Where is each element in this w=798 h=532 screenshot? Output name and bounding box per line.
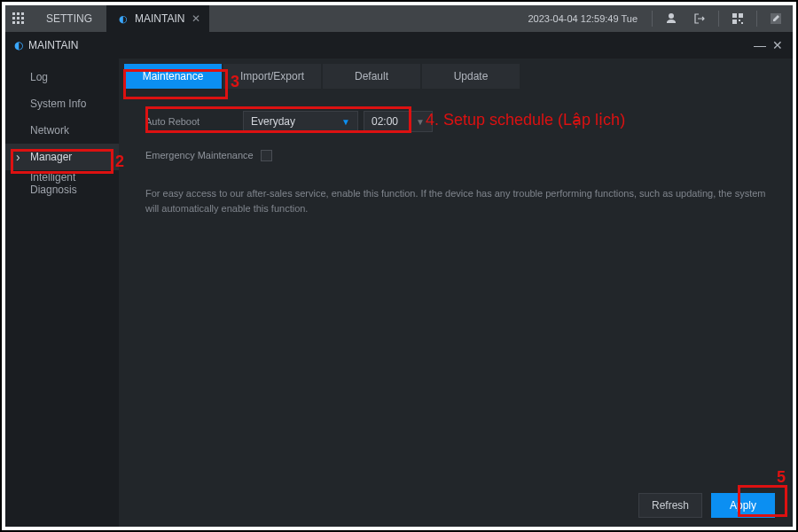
form-area: Auto Reboot Everyday ▼ 02:00 ▼ Emergency… <box>119 92 793 176</box>
tab-label: MAINTAIN <box>135 12 184 25</box>
page-title: MAINTAIN <box>28 39 78 51</box>
sidebar: Log System Info Network Manager Intellig… <box>5 59 119 527</box>
body: Log System Info Network Manager Intellig… <box>5 59 793 527</box>
loading-icon: ◐ <box>119 13 128 25</box>
description-text: For easy access to our after-sales servi… <box>119 176 793 215</box>
window-controls: — ✕ <box>754 39 784 51</box>
svg-rect-12 <box>739 20 740 21</box>
sidebar-item-log[interactable]: Log <box>5 64 119 90</box>
user-icon[interactable] <box>661 9 681 28</box>
close-icon[interactable]: ✕ <box>771 39 784 51</box>
topbar-left: SETTING ◐ MAINTAIN ✕ <box>5 5 209 32</box>
sidebar-item-network[interactable]: Network <box>5 117 119 144</box>
footer: Refresh Apply <box>119 484 793 527</box>
qr-icon[interactable] <box>728 9 747 28</box>
tab-maintenance[interactable]: Maintenance <box>124 64 222 89</box>
svg-rect-3 <box>12 17 15 20</box>
svg-rect-9 <box>732 13 737 18</box>
row-emergency: Emergency Maintenance <box>145 142 766 168</box>
svg-rect-8 <box>21 21 24 24</box>
page-tabs: Maintenance Import/Export Default Update <box>124 64 793 92</box>
day-select[interactable]: Everyday ▼ <box>243 111 358 132</box>
edit-icon[interactable] <box>766 9 786 28</box>
day-select-value: Everyday <box>251 115 295 128</box>
page-header: ◐ MAINTAIN — ✕ <box>5 32 793 59</box>
svg-rect-11 <box>732 20 737 24</box>
divider <box>718 11 719 27</box>
refresh-button[interactable]: Refresh <box>638 493 702 518</box>
svg-rect-6 <box>12 21 15 24</box>
tab-maintain[interactable]: ◐ MAINTAIN ✕ <box>106 5 209 32</box>
svg-rect-10 <box>739 13 743 18</box>
apps-grid-icon[interactable] <box>5 5 32 32</box>
topbar-right: 2023-04-04 12:59:49 Tue <box>528 5 793 32</box>
chevron-down-icon: ▼ <box>416 117 425 127</box>
auto-reboot-label: Auto Reboot <box>145 116 243 127</box>
datetime-label: 2023-04-04 12:59:49 Tue <box>528 13 643 24</box>
tab-update[interactable]: Update <box>422 64 520 89</box>
loading-icon: ◐ <box>14 39 23 51</box>
svg-rect-1 <box>17 12 20 15</box>
emergency-label: Emergency Maintenance <box>145 150 261 160</box>
emergency-checkbox[interactable] <box>261 150 272 161</box>
logout-icon[interactable] <box>690 9 709 28</box>
svg-rect-7 <box>17 21 20 24</box>
divider <box>652 11 653 27</box>
sidebar-item-manager[interactable]: Manager <box>5 144 119 170</box>
main-panel: Maintenance Import/Export Default Update… <box>119 59 793 527</box>
row-auto-reboot: Auto Reboot Everyday ▼ 02:00 ▼ <box>145 108 766 135</box>
svg-rect-2 <box>21 12 24 15</box>
topbar: SETTING ◐ MAINTAIN ✕ 2023-04-04 12:59:49… <box>5 5 793 32</box>
tab-import-export[interactable]: Import/Export <box>223 64 321 89</box>
sidebar-item-system-info[interactable]: System Info <box>5 90 119 117</box>
svg-rect-4 <box>17 17 20 20</box>
minimize-icon[interactable]: — <box>754 39 766 51</box>
app-root: SETTING ◐ MAINTAIN ✕ 2023-04-04 12:59:49… <box>5 5 793 527</box>
tab-default[interactable]: Default <box>323 64 420 89</box>
time-select[interactable]: 02:00 ▼ <box>364 111 433 132</box>
time-select-value: 02:00 <box>372 115 398 128</box>
close-icon[interactable]: ✕ <box>192 12 200 25</box>
svg-rect-0 <box>12 12 15 15</box>
chevron-down-icon: ▼ <box>341 117 350 127</box>
sidebar-item-intelligent-diagnosis[interactable]: Intelligent Diagnosis <box>5 170 119 197</box>
divider <box>756 11 757 27</box>
setting-label[interactable]: SETTING <box>32 5 106 32</box>
svg-rect-5 <box>21 17 24 20</box>
svg-rect-13 <box>741 22 743 24</box>
apply-button[interactable]: Apply <box>711 493 775 518</box>
